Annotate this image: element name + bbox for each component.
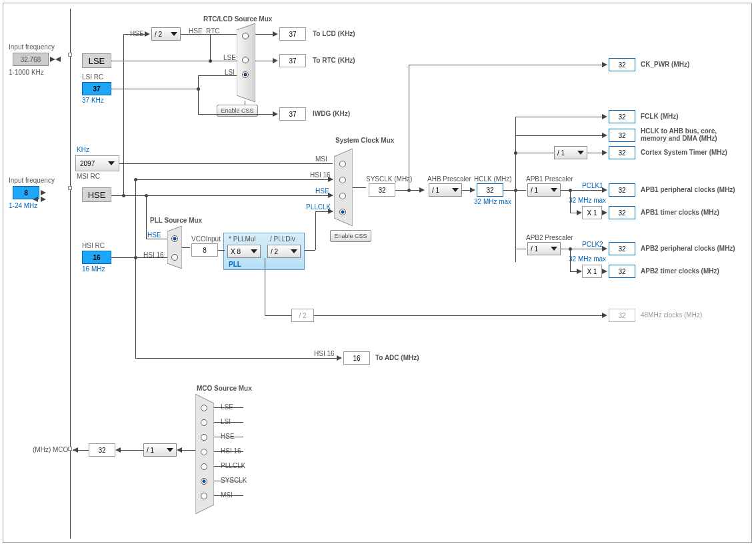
mco-value: 32: [89, 443, 115, 457]
sys-radio-hse[interactable]: [339, 193, 346, 199]
mco-radio-lse[interactable]: [201, 405, 207, 411]
usb-value: 32: [609, 309, 635, 322]
line: [214, 437, 243, 437]
hclk-value[interactable]: 32: [477, 183, 503, 197]
clock-diagram: Input frequency 32.768 1-1000 KHz LSE LS…: [3, 3, 752, 543]
caret-icon: [291, 249, 297, 253]
caret-icon: [171, 32, 177, 36]
line: [118, 450, 143, 451]
line: [210, 34, 237, 35]
line: [515, 249, 526, 249]
ahb-divider[interactable]: / 1: [429, 183, 462, 197]
apb1-tim-label: APB1 timer clocks (MHz): [641, 209, 719, 216]
lsi-value[interactable]: 37: [82, 82, 111, 95]
line: [409, 65, 606, 65]
apb1-tim-mul: X 1: [582, 206, 602, 219]
caret-icon: [551, 247, 557, 251]
line: [135, 257, 167, 258]
lsi-caption: 37 KHz: [82, 97, 104, 104]
hse-divider[interactable]: / 2: [151, 27, 181, 41]
iwdg-value: 37: [279, 107, 306, 121]
arrow: [602, 269, 607, 274]
line: [111, 89, 198, 89]
apb2-divider[interactable]: / 1: [527, 242, 561, 255]
pll-div[interactable]: / 2: [267, 245, 301, 258]
rtc-mux-title: RTC/LCD Source Mux: [203, 15, 272, 23]
node: [134, 178, 137, 181]
lse-freq-label: Input frequency: [9, 43, 55, 51]
apb1-divider[interactable]: / 1: [527, 183, 561, 197]
apb2-max: 32 MHz max: [569, 255, 606, 263]
caret-icon: [251, 249, 257, 253]
pll-mul-label: * PLLMul: [229, 235, 256, 243]
sys-radio-msi[interactable]: [339, 161, 346, 167]
pll-mux-radio-hsi[interactable]: [171, 254, 178, 261]
rtc-mux-radio-hse[interactable]: [242, 33, 249, 39]
ckpwr-value: 32: [609, 58, 635, 71]
mco-label: (MHz) MCO: [33, 446, 68, 453]
mco-radio-sysclk[interactable]: [201, 478, 207, 485]
arrow: [602, 114, 607, 119]
sys-radio-hsi[interactable]: [339, 177, 346, 183]
msi-value[interactable]: 2097: [75, 155, 119, 171]
cortex-divider[interactable]: / 1: [554, 146, 587, 159]
line: [146, 239, 167, 239]
pll-mux-title: PLL Source Mux: [150, 217, 202, 224]
lse-freq-value[interactable]: 32.768: [13, 53, 49, 66]
arrow: [337, 355, 342, 361]
pll-mul[interactable]: X 8: [227, 245, 261, 258]
pll-mux-shape: [167, 226, 182, 269]
hsi-value[interactable]: 16: [82, 251, 111, 264]
sys-radio-pllclk[interactable]: [339, 209, 346, 215]
line: [135, 358, 339, 359]
apb2-periph-value: 32: [609, 242, 635, 255]
rtc-css-btn[interactable]: Enable CSS: [217, 105, 258, 117]
hsi-label: HSI RC: [82, 242, 105, 249]
mco-radio-hsi[interactable]: [201, 449, 207, 455]
sys-in-msi: MSI: [315, 155, 327, 163]
pll-mux-radio-hse[interactable]: [171, 235, 178, 242]
arrow: [50, 57, 55, 62]
fclk-value: 32: [609, 110, 635, 123]
mco-radio-hse[interactable]: [201, 434, 207, 441]
sys-css-btn[interactable]: Enable CSS: [330, 230, 371, 242]
line: [198, 114, 275, 115]
mco-radio-msi[interactable]: [201, 493, 207, 499]
node: [145, 194, 148, 197]
line: [119, 163, 333, 164]
arrow: [177, 447, 182, 453]
mco-divider[interactable]: / 1: [143, 443, 177, 457]
iwdg-label: IWDG (KHz): [313, 110, 350, 117]
line: [218, 250, 225, 251]
line: [314, 315, 605, 316]
line: [146, 195, 147, 239]
line: [561, 249, 605, 249]
hse-range: 1-24 MHz: [9, 202, 37, 209]
svg-marker-1: [167, 226, 182, 269]
mco-title: MCO Source Mux: [197, 385, 252, 392]
hclkbus-label: HCLK to AHB bus, core, memory and DMA (M…: [641, 127, 734, 142]
cortex-value: 32: [609, 146, 635, 159]
lse-source[interactable]: LSE: [82, 53, 111, 68]
lcd-value: 37: [279, 27, 306, 41]
mco-radio-pllclk[interactable]: [201, 463, 207, 470]
arrow: [577, 269, 582, 274]
usb-label: 48MHz clocks (MHz): [641, 311, 702, 319]
mco-radio-lsi[interactable]: [201, 419, 207, 426]
hse-source[interactable]: HSE: [82, 187, 111, 202]
line: [515, 190, 526, 191]
adc-src-label: HSI 16: [314, 350, 335, 357]
connector-sq: [68, 186, 72, 190]
rtc-mux-radio-lsi[interactable]: [242, 71, 249, 78]
sys-in-pllclk: PLLCLK: [306, 203, 331, 211]
arrow: [33, 197, 38, 202]
line: [214, 422, 243, 423]
caret-icon: [551, 188, 557, 192]
hclk-max: 32 MHz max: [474, 198, 511, 205]
rtc-in-lsi: LSI: [225, 69, 235, 76]
connector-sq: [68, 447, 72, 451]
rtc-mux-radio-lse[interactable]: [242, 57, 249, 63]
line: [198, 75, 199, 89]
sys-in-hse: HSE: [315, 187, 329, 195]
arrow: [602, 62, 607, 67]
